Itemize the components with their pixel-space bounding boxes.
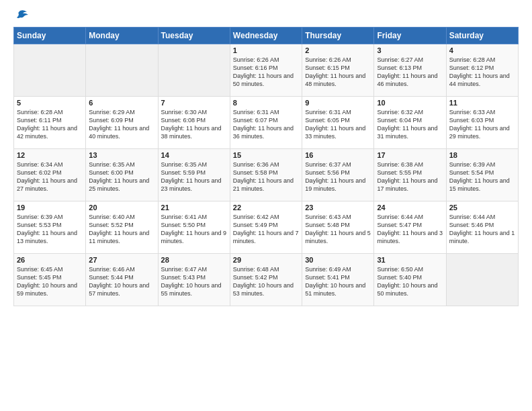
cell-content: Sunrise: 6:41 AMSunset: 5:50 PMDaylight:… xyxy=(161,213,227,246)
day-number: 6 xyxy=(89,99,154,107)
calendar-cell: 24Sunrise: 6:44 AMSunset: 5:47 PMDayligh… xyxy=(374,201,446,254)
calendar-cell: 12Sunrise: 6:34 AMSunset: 6:02 PMDayligh… xyxy=(14,149,86,201)
cell-content: Sunrise: 6:31 AMSunset: 6:05 PMDaylight:… xyxy=(305,108,371,141)
calendar-cell: 25Sunrise: 6:44 AMSunset: 5:46 PMDayligh… xyxy=(446,201,518,254)
calendar-cell: 22Sunrise: 6:42 AMSunset: 5:49 PMDayligh… xyxy=(230,201,302,254)
calendar-cell xyxy=(14,44,86,97)
day-number: 9 xyxy=(305,99,371,107)
week-row-2: 5Sunrise: 6:28 AMSunset: 6:11 PMDaylight… xyxy=(14,97,519,149)
day-number: 26 xyxy=(17,256,83,264)
weekday-header-wednesday: Wednesday xyxy=(230,28,302,44)
cell-content: Sunrise: 6:28 AMSunset: 6:11 PMDaylight:… xyxy=(17,108,83,141)
day-number: 22 xyxy=(233,203,299,212)
calendar-table: SundayMondayTuesdayWednesdayThursdayFrid… xyxy=(13,27,519,306)
day-number: 24 xyxy=(377,203,443,212)
cell-content: Sunrise: 6:36 AMSunset: 5:58 PMDaylight:… xyxy=(233,161,299,193)
calendar-cell: 15Sunrise: 6:36 AMSunset: 5:58 PMDayligh… xyxy=(230,149,302,201)
weekday-header-saturday: Saturday xyxy=(446,28,518,44)
calendar-cell: 7Sunrise: 6:30 AMSunset: 6:08 PMDaylight… xyxy=(158,97,230,149)
day-number: 11 xyxy=(449,99,515,107)
day-number: 28 xyxy=(161,256,227,264)
day-number: 7 xyxy=(161,99,227,107)
calendar-cell: 11Sunrise: 6:33 AMSunset: 6:03 PMDayligh… xyxy=(446,97,518,149)
calendar-cell: 28Sunrise: 6:47 AMSunset: 5:43 PMDayligh… xyxy=(158,254,230,306)
cell-content: Sunrise: 6:34 AMSunset: 6:02 PMDaylight:… xyxy=(17,161,83,193)
cell-content: Sunrise: 6:30 AMSunset: 6:08 PMDaylight:… xyxy=(161,108,227,141)
day-number: 12 xyxy=(17,151,83,159)
calendar-cell: 2Sunrise: 6:26 AMSunset: 6:15 PMDaylight… xyxy=(302,44,374,97)
calendar-cell xyxy=(158,44,230,97)
calendar-cell: 6Sunrise: 6:29 AMSunset: 6:09 PMDaylight… xyxy=(86,97,158,149)
cell-content: Sunrise: 6:33 AMSunset: 6:03 PMDaylight:… xyxy=(449,108,515,141)
day-number: 21 xyxy=(161,203,227,212)
calendar-cell: 4Sunrise: 6:28 AMSunset: 6:12 PMDaylight… xyxy=(446,44,518,97)
cell-content: Sunrise: 6:35 AMSunset: 5:59 PMDaylight:… xyxy=(161,161,227,193)
cell-content: Sunrise: 6:49 AMSunset: 5:41 PMDaylight:… xyxy=(305,265,371,298)
cell-content: Sunrise: 6:31 AMSunset: 6:07 PMDaylight:… xyxy=(233,108,299,141)
cell-content: Sunrise: 6:38 AMSunset: 5:55 PMDaylight:… xyxy=(377,161,443,193)
calendar-cell: 13Sunrise: 6:35 AMSunset: 6:00 PMDayligh… xyxy=(86,149,158,201)
cell-content: Sunrise: 6:43 AMSunset: 5:48 PMDaylight:… xyxy=(305,213,371,246)
cell-content: Sunrise: 6:44 AMSunset: 5:47 PMDaylight:… xyxy=(377,213,443,246)
calendar-cell xyxy=(446,254,518,306)
cell-content: Sunrise: 6:47 AMSunset: 5:43 PMDaylight:… xyxy=(161,265,227,298)
calendar-cell: 14Sunrise: 6:35 AMSunset: 5:59 PMDayligh… xyxy=(158,149,230,201)
cell-content: Sunrise: 6:39 AMSunset: 5:53 PMDaylight:… xyxy=(17,213,83,246)
calendar-cell: 10Sunrise: 6:32 AMSunset: 6:04 PMDayligh… xyxy=(374,97,446,149)
calendar-cell: 5Sunrise: 6:28 AMSunset: 6:11 PMDaylight… xyxy=(14,97,86,149)
week-row-1: 1Sunrise: 6:26 AMSunset: 6:16 PMDaylight… xyxy=(14,44,519,97)
calendar-cell: 16Sunrise: 6:37 AMSunset: 5:56 PMDayligh… xyxy=(302,149,374,201)
day-number: 17 xyxy=(377,151,443,159)
calendar-cell: 18Sunrise: 6:39 AMSunset: 5:54 PMDayligh… xyxy=(446,149,518,201)
weekday-header-tuesday: Tuesday xyxy=(158,28,230,44)
calendar-cell: 27Sunrise: 6:46 AMSunset: 5:44 PMDayligh… xyxy=(86,254,158,306)
calendar-cell: 9Sunrise: 6:31 AMSunset: 6:05 PMDaylight… xyxy=(302,97,374,149)
cell-content: Sunrise: 6:45 AMSunset: 5:45 PMDaylight:… xyxy=(17,265,83,298)
page: SundayMondayTuesdayWednesdayThursdayFrid… xyxy=(0,0,532,313)
day-number: 13 xyxy=(89,151,154,159)
cell-content: Sunrise: 6:42 AMSunset: 5:49 PMDaylight:… xyxy=(233,213,299,246)
day-number: 1 xyxy=(233,46,299,54)
cell-content: Sunrise: 6:40 AMSunset: 5:52 PMDaylight:… xyxy=(89,213,154,246)
week-row-4: 19Sunrise: 6:39 AMSunset: 5:53 PMDayligh… xyxy=(14,201,519,254)
day-number: 27 xyxy=(89,256,154,264)
cell-content: Sunrise: 6:26 AMSunset: 6:16 PMDaylight:… xyxy=(233,56,299,89)
day-number: 10 xyxy=(377,99,443,107)
calendar-cell: 31Sunrise: 6:50 AMSunset: 5:40 PMDayligh… xyxy=(374,254,446,306)
day-number: 15 xyxy=(233,151,299,159)
calendar-cell: 1Sunrise: 6:26 AMSunset: 6:16 PMDaylight… xyxy=(230,44,302,97)
day-number: 29 xyxy=(233,256,299,264)
calendar-cell: 30Sunrise: 6:49 AMSunset: 5:41 PMDayligh… xyxy=(302,254,374,306)
day-number: 16 xyxy=(305,151,371,159)
logo-bird-icon xyxy=(15,8,30,23)
cell-content: Sunrise: 6:50 AMSunset: 5:40 PMDaylight:… xyxy=(377,265,443,298)
cell-content: Sunrise: 6:26 AMSunset: 6:15 PMDaylight:… xyxy=(305,56,371,89)
weekday-header-sunday: Sunday xyxy=(14,28,86,44)
weekday-header-monday: Monday xyxy=(86,28,158,44)
cell-content: Sunrise: 6:44 AMSunset: 5:46 PMDaylight:… xyxy=(449,213,515,246)
cell-content: Sunrise: 6:37 AMSunset: 5:56 PMDaylight:… xyxy=(305,161,371,193)
day-number: 19 xyxy=(17,203,83,212)
day-number: 25 xyxy=(449,203,515,212)
cell-content: Sunrise: 6:35 AMSunset: 6:00 PMDaylight:… xyxy=(89,161,154,193)
calendar-cell: 19Sunrise: 6:39 AMSunset: 5:53 PMDayligh… xyxy=(14,201,86,254)
calendar-cell: 20Sunrise: 6:40 AMSunset: 5:52 PMDayligh… xyxy=(86,201,158,254)
calendar-cell: 23Sunrise: 6:43 AMSunset: 5:48 PMDayligh… xyxy=(302,201,374,254)
day-number: 31 xyxy=(377,256,443,264)
day-number: 20 xyxy=(89,203,154,212)
day-number: 8 xyxy=(233,99,299,107)
day-number: 5 xyxy=(17,99,83,107)
weekday-header-thursday: Thursday xyxy=(302,28,374,44)
cell-content: Sunrise: 6:46 AMSunset: 5:44 PMDaylight:… xyxy=(89,265,154,298)
calendar-cell: 26Sunrise: 6:45 AMSunset: 5:45 PMDayligh… xyxy=(14,254,86,306)
week-row-3: 12Sunrise: 6:34 AMSunset: 6:02 PMDayligh… xyxy=(14,149,519,201)
weekday-header-row: SundayMondayTuesdayWednesdayThursdayFrid… xyxy=(14,28,519,44)
logo xyxy=(13,12,30,23)
calendar-cell: 29Sunrise: 6:48 AMSunset: 5:42 PMDayligh… xyxy=(230,254,302,306)
cell-content: Sunrise: 6:32 AMSunset: 6:04 PMDaylight:… xyxy=(377,108,443,141)
day-number: 18 xyxy=(449,151,515,159)
cell-content: Sunrise: 6:28 AMSunset: 6:12 PMDaylight:… xyxy=(449,56,515,89)
weekday-header-friday: Friday xyxy=(374,28,446,44)
day-number: 3 xyxy=(377,46,443,54)
day-number: 4 xyxy=(449,46,515,54)
